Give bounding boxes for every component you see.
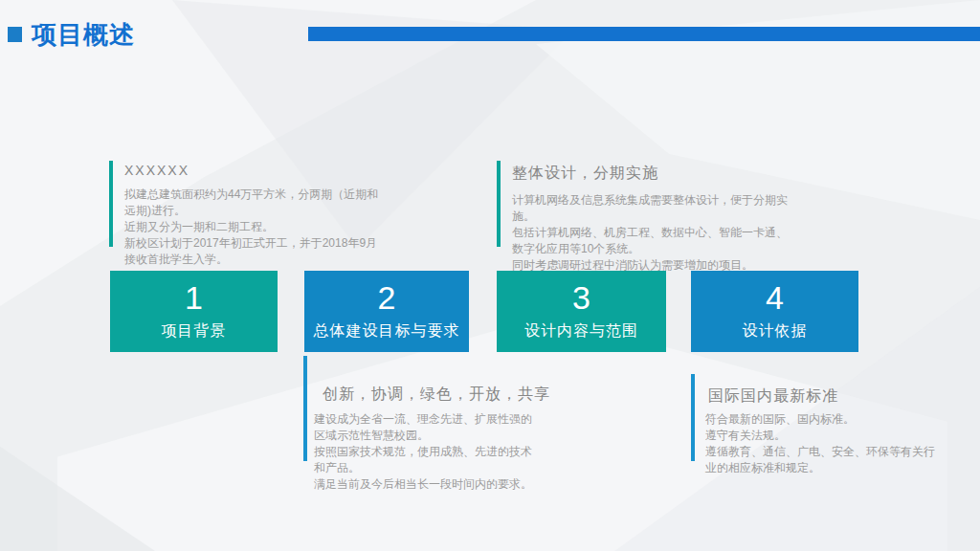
section-design-content-note: 整体设计，分期实施 计算机网络及信息系统集成需要整体设计，便于分期实 施。 包括… bbox=[497, 161, 803, 276]
section-body: 计算机网络及信息系统集成需要整体设计，便于分期实 施。 包括计算机网络、机房工程… bbox=[512, 192, 803, 274]
section-construction-goals-note: 创新，协调，绿色，开放，共享 建设成为全省一流、理念先进、扩展性强的 区域示范性… bbox=[303, 356, 619, 495]
section-design-basis-note: 国际国内最新标准 符合最新的国际、国内标准。 遵守有关法规。 遵循教育、通信、广… bbox=[691, 374, 978, 495]
section-body: 建设成为全省一流、理念先进、扩展性强的 区域示范性智慧校园。 按照国家技术规范，… bbox=[314, 411, 615, 493]
section-accent-line bbox=[691, 374, 695, 461]
step-label: 设计依据 bbox=[691, 321, 858, 342]
section-accent-line bbox=[109, 161, 113, 247]
page-title: 项目概述 bbox=[32, 18, 135, 52]
step-number: 3 bbox=[497, 281, 666, 314]
slide: 项目概述 XXXXXX 拟建总建筑面积约为44万平方米，分两期（近期和 远期)进… bbox=[0, 0, 980, 551]
step-label: 项目背景 bbox=[110, 321, 278, 342]
header-bar bbox=[308, 27, 980, 41]
step-number: 2 bbox=[304, 281, 469, 314]
section-heading: 国际国内最新标准 bbox=[708, 386, 838, 407]
section-heading: 整体设计，分期实施 bbox=[512, 164, 658, 184]
step-block-1: 1 项目背景 bbox=[110, 271, 278, 352]
section-body: 符合最新的国际、国内标准。 遵守有关法规。 遵循教育、通信、广电、安全、环保等有… bbox=[705, 411, 978, 476]
step-number: 1 bbox=[110, 281, 278, 314]
section-heading: XXXXXX bbox=[124, 163, 189, 178]
section-body: 拟建总建筑面积约为44万平方米，分两期（近期和 远期)进行。 近期又分为一期和二… bbox=[124, 187, 408, 268]
step-block-4: 4 设计依据 bbox=[691, 271, 858, 352]
step-number: 4 bbox=[691, 281, 858, 314]
step-block-3: 3 设计内容与范围 bbox=[497, 271, 666, 352]
section-project-background-note: XXXXXX 拟建总建筑面积约为44万平方米，分两期（近期和 远期)进行。 近期… bbox=[109, 161, 408, 276]
step-label: 总体建设目标与要求 bbox=[304, 321, 469, 342]
step-label: 设计内容与范围 bbox=[497, 321, 666, 342]
background-polygon bbox=[0, 402, 345, 551]
step-block-2: 2 总体建设目标与要求 bbox=[304, 271, 469, 352]
section-accent-line bbox=[497, 161, 501, 247]
section-heading: 创新，协调，绿色，开放，共享 bbox=[323, 385, 550, 405]
title-accent-square-icon bbox=[8, 27, 22, 42]
section-accent-line bbox=[303, 356, 307, 461]
